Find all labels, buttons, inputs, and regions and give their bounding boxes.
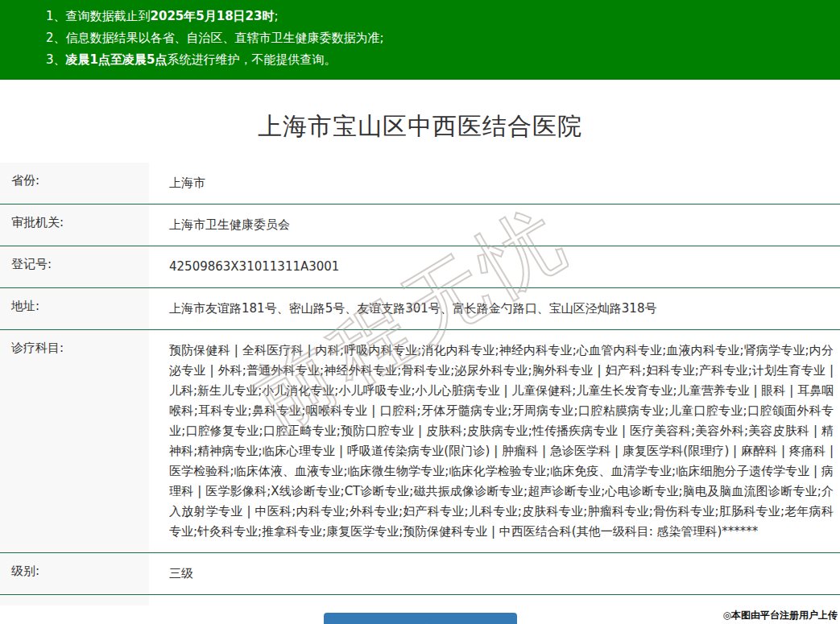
table-row-level: 级别: 三级	[0, 553, 840, 595]
row-value: 上海市友谊路181号、密山路5号、友谊支路301号、富长路金勺路口、宝山区泾灿路…	[149, 288, 840, 329]
notice-banner: 1、查询数据截止到2025年5月18日23时; 2、信息数据结果以各省、自治区、…	[0, 0, 840, 80]
table-row-approval-authority: 审批机关: 上海市卫生健康委员会	[0, 205, 840, 246]
notice-line-1: 1、查询数据截止到2025年5月18日23时;	[46, 6, 832, 27]
button-area: 〖关闭窗口〗	[0, 613, 840, 624]
row-label: 省份:	[0, 163, 149, 204]
row-label: 级别:	[0, 553, 149, 594]
table-row-address: 地址: 上海市友谊路181号、密山路5号、友谊支路301号、富长路金勺路口、宝山…	[0, 288, 840, 330]
row-value: 42509863X31011311A3001	[149, 246, 840, 287]
notice-number: 2、	[46, 31, 66, 45]
notice-number: 1、	[46, 9, 66, 23]
notice-number: 3、	[46, 52, 66, 67]
row-label: 登记号:	[0, 246, 149, 287]
hospital-info-table: 省份: 上海市 审批机关: 上海市卫生健康委员会 登记号: 42509863X3…	[0, 163, 840, 605]
page-title: 上海市宝山区中西医结合医院	[0, 110, 840, 143]
row-label: 审批机关:	[0, 205, 149, 246]
row-label: 地址:	[0, 288, 149, 329]
upload-credit: ◎本图由平台注册用户上传	[723, 609, 838, 622]
close-window-button[interactable]: 〖关闭窗口〗	[324, 613, 517, 624]
table-row-registration-number: 登记号: 42509863X31011311A3001	[0, 246, 840, 288]
table-row-treatment-subjects: 诊疗科目: 预防保健科 | 全科医疗科 | 内科;呼吸内科专业;消化内科专业;神…	[0, 330, 840, 553]
row-value: 三级	[149, 553, 840, 594]
row-value: 预防保健科 | 全科医疗科 | 内科;呼吸内科专业;消化内科专业;神经内科专业;…	[149, 330, 840, 552]
row-label: 诊疗科目:	[0, 330, 149, 552]
notice-line-2: 2、信息数据结果以各省、自治区、直辖市卫生健康委数据为准;	[46, 27, 832, 49]
row-value: 上海市卫生健康委员会	[149, 205, 840, 246]
table-row-stub	[0, 595, 840, 605]
row-value: 上海市	[149, 163, 840, 204]
notice-line-3: 3、凌晨1点至凌晨5点系统进行维护，不能提供查询。	[46, 49, 832, 71]
table-row-province: 省份: 上海市	[0, 163, 840, 205]
